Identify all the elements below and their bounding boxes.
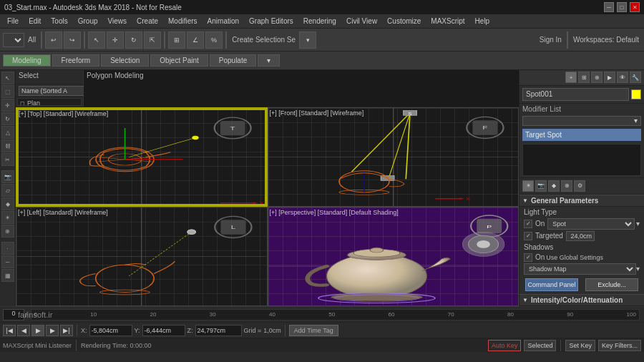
add-time-tag-button[interactable]: Add Time Tag	[289, 325, 338, 336]
view-dropdown[interactable]	[3, 33, 24, 47]
general-params-header[interactable]: ▼ General Parameters	[519, 195, 644, 207]
viewport-left[interactable]: [+] [Left] [Standard] [Wireframe] L	[16, 207, 268, 306]
camera-view-tool[interactable]: 📷	[1, 170, 14, 183]
menu-item-maxscript[interactable]: MAXScript	[426, 16, 469, 26]
menu-bar: FileEditToolsGroupViewsCreateModifiersAn…	[0, 14, 644, 29]
create-tab-icon[interactable]: +	[565, 72, 577, 83]
utilities-tab-icon[interactable]: 🔧	[630, 72, 641, 83]
rpanel-geo-icon[interactable]: ◆	[548, 180, 560, 192]
shadow-type-dropdown[interactable]: Shadow Map	[524, 263, 636, 275]
tick-50: 50	[328, 311, 335, 318]
svg-text:F: F	[482, 125, 487, 131]
menu-item-animation[interactable]: Animation	[203, 16, 243, 26]
hierarchy-tab-icon[interactable]: ⊕	[591, 72, 602, 83]
rpanel-wire-icon[interactable]: ⚙	[574, 180, 585, 192]
minimize-button[interactable]: ─	[604, 2, 614, 12]
frame-start-input[interactable]: 0	[3, 309, 24, 321]
rotate-tool[interactable]: ↻	[1, 112, 14, 125]
menu-item-edit[interactable]: Edit	[24, 16, 45, 26]
tab-object-paint[interactable]: Object Paint	[150, 54, 208, 67]
x-input[interactable]	[89, 325, 132, 336]
tab-freeform[interactable]: Freeform	[52, 54, 100, 67]
shapes-tool[interactable]: ▱	[1, 184, 14, 197]
rotate-button[interactable]: ↻	[125, 31, 142, 49]
move-tool[interactable]: ✛	[1, 99, 14, 112]
menu-item-group[interactable]: Group	[74, 16, 102, 26]
select-button[interactable]: ↖	[88, 31, 105, 49]
tab-populate[interactable]: Populate	[210, 54, 256, 67]
menu-item-help[interactable]: Help	[471, 16, 494, 26]
close-button[interactable]: ✕	[630, 2, 640, 12]
selection-set-dropdown[interactable]: ▾	[299, 31, 316, 49]
angle-snap-button[interactable]: ∠	[187, 31, 204, 49]
toolbar2-extra-dropdown[interactable]: ▾	[258, 54, 280, 67]
menu-item-graph-editors[interactable]: Graph Editors	[245, 16, 298, 26]
viewport-top[interactable]: [+] [Top] [Standard] [Wireframe] T	[16, 107, 268, 207]
menu-item-rendering[interactable]: Rendering	[299, 16, 341, 26]
goto-start-button[interactable]: |◀	[3, 325, 16, 336]
timeline: 0 / 0 10 20 30 40 50 60 70 80 90 100	[0, 306, 644, 322]
command-panel-button[interactable]: Command Panel	[525, 278, 578, 291]
modify-tab-icon[interactable]: ⊞	[578, 72, 590, 83]
y-input[interactable]	[142, 325, 185, 336]
menu-item-modifiers[interactable]: Modifiers	[164, 16, 202, 26]
display-tab-icon[interactable]: 👁	[617, 72, 628, 83]
light-on-check[interactable]: ✓	[524, 220, 532, 228]
menu-item-customize[interactable]: Customize	[383, 16, 425, 26]
signin-label[interactable]: Sign In	[537, 36, 564, 44]
move-button[interactable]: ✛	[107, 31, 124, 49]
targeted-check[interactable]: ✓	[524, 232, 532, 240]
set-key-button[interactable]: Set Key	[565, 340, 595, 351]
undo-button[interactable]: ↩	[45, 31, 62, 49]
percent-snap-button[interactable]: %	[205, 31, 223, 49]
redo-button[interactable]: ↪	[64, 31, 81, 49]
menu-item-civil-view[interactable]: Civil View	[342, 16, 381, 26]
spot-color-swatch[interactable]	[631, 89, 641, 99]
motion-tab-icon[interactable]: ▶	[604, 72, 615, 83]
play-button[interactable]: ▶	[31, 325, 44, 336]
spot-name-input[interactable]	[522, 88, 629, 101]
tab-selection[interactable]: Selection	[101, 54, 149, 67]
region-select-tool[interactable]: ⬚	[1, 85, 14, 98]
rpanel-cam-icon[interactable]: 📷	[535, 180, 547, 192]
viewport-front[interactable]: [+] [Front] [Standard] [Wireframe] F S	[268, 107, 519, 207]
scale-button[interactable]: ⇱	[144, 31, 161, 49]
scale-tool[interactable]: △	[1, 126, 14, 139]
scene-item-plan[interactable]: ◻ Plan	[18, 99, 81, 106]
lights-tool[interactable]: ☀	[1, 211, 14, 224]
prev-frame-button[interactable]: ◀	[17, 325, 30, 336]
intensity-header[interactable]: ▼ Intensity/Color/Attenuation	[519, 294, 644, 306]
rpanel-light-icon[interactable]: ☀	[522, 180, 534, 192]
tab-modeling[interactable]: Modeling	[3, 54, 51, 67]
menu-item-views[interactable]: Views	[104, 16, 132, 26]
link-tool[interactable]: ⛓	[1, 140, 14, 152]
goto-end-button[interactable]: ▶|	[60, 325, 73, 336]
helpers-tool[interactable]: ⊕	[1, 225, 14, 238]
light-type-dropdown[interactable]: Spot	[547, 218, 635, 230]
menu-item-tools[interactable]: Tools	[47, 16, 72, 26]
viewport-perspective[interactable]: [+] [Perspective] [Standard] [Default Sh…	[268, 207, 519, 306]
separator5	[567, 31, 568, 49]
modifier-dropdown[interactable]: ▾	[522, 116, 641, 127]
geometry-tool[interactable]: ◆	[1, 197, 14, 210]
exclude-button[interactable]: Exclude...	[585, 278, 638, 291]
menu-item-create[interactable]: Create	[132, 16, 162, 26]
intensity-arrow: ▼	[522, 297, 528, 303]
intensity-label: Intensity/Color/Attenuation	[531, 296, 623, 304]
next-frame-button[interactable]: ▶	[46, 325, 59, 336]
shadows-label: Shadows	[524, 243, 640, 251]
select-tool[interactable]: ↖	[1, 72, 14, 84]
maximize-button[interactable]: □	[617, 2, 627, 12]
rpanel-helper-icon[interactable]: ⊕	[561, 180, 572, 192]
selected-button[interactable]: Selected	[524, 340, 556, 351]
face-tool[interactable]: ▦	[1, 269, 14, 282]
shadows-on-check[interactable]: ✓	[524, 253, 532, 262]
edge-tool[interactable]: ─	[1, 255, 14, 268]
auto-key-button[interactable]: Auto Key	[488, 340, 522, 351]
unlink-tool[interactable]: ✂	[1, 153, 14, 166]
menu-item-file[interactable]: File	[3, 16, 23, 26]
snap-button[interactable]: ⊞	[168, 31, 185, 49]
vert-tool[interactable]: ·	[1, 242, 14, 255]
z-input[interactable]	[195, 325, 242, 336]
key-filters-button[interactable]: Key Filters...	[598, 340, 641, 351]
